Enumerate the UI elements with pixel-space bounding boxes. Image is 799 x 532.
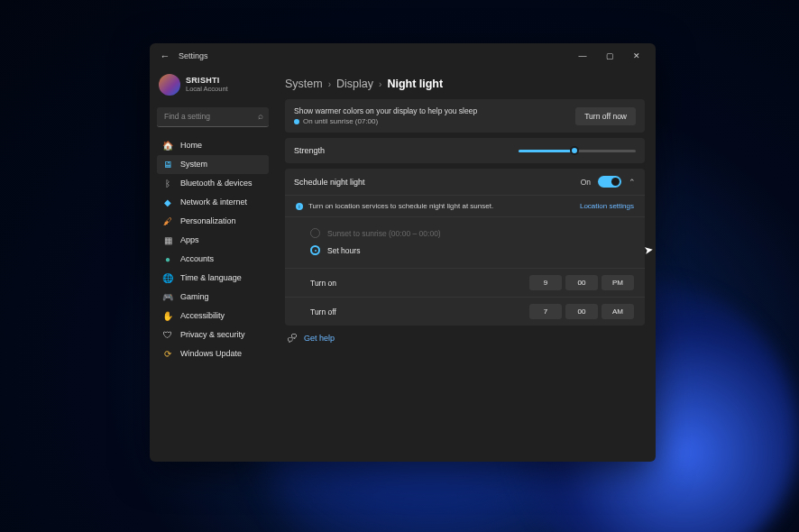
- nav-icon: ᛒ: [162, 179, 173, 188]
- sidebar-item-system[interactable]: 🖥System: [157, 155, 269, 174]
- nav-icon: 🛡: [162, 330, 173, 340]
- nav-label: System: [180, 160, 207, 169]
- status-subtext: On until sunrise (07:00): [303, 117, 378, 125]
- strength-slider[interactable]: [519, 145, 636, 156]
- info-icon: i: [296, 203, 303, 210]
- maximize-button[interactable]: ▢: [596, 46, 623, 66]
- sidebar-item-apps[interactable]: ▦Apps: [157, 231, 269, 250]
- nav-label: Personalization: [180, 216, 236, 225]
- nav-label: Network & internet: [180, 197, 247, 206]
- status-indicator-icon: [294, 119, 299, 124]
- status-description: Show warmer colors on your display to he…: [294, 106, 477, 115]
- main-content: System › Display › Night light Show warm…: [274, 69, 656, 462]
- nav-label: Accounts: [180, 254, 214, 263]
- nav-icon: ✋: [162, 311, 173, 321]
- turn-on-label: Turn on: [310, 279, 336, 288]
- strength-card: Strength: [285, 138, 645, 163]
- radio-set-hours[interactable]: Set hours: [310, 242, 632, 259]
- schedule-header[interactable]: Schedule night light On ⌃: [285, 169, 645, 195]
- window-controls: — ▢ ✕: [569, 46, 650, 66]
- nav-label: Time & language: [180, 273, 242, 282]
- location-settings-link[interactable]: Location settings: [580, 202, 634, 210]
- user-profile[interactable]: SRISHTI Local Account: [157, 72, 269, 103]
- turn-off-button[interactable]: Turn off now: [575, 107, 636, 125]
- sidebar-item-windows-update[interactable]: ⟳Windows Update: [157, 344, 269, 363]
- schedule-toggle[interactable]: [598, 176, 621, 188]
- sidebar-item-accounts[interactable]: ●Accounts: [157, 250, 269, 269]
- turn-on-time-row: Turn on 9 00 PM: [285, 269, 645, 298]
- schedule-card: Schedule night light On ⌃ i Turn on loca…: [285, 169, 645, 326]
- sidebar-item-personalization[interactable]: 🖌Personalization: [157, 212, 269, 231]
- breadcrumb-current: Night light: [387, 78, 443, 90]
- minimize-button[interactable]: —: [569, 46, 596, 66]
- turn-off-label: Turn off: [310, 307, 336, 316]
- turn-off-ampm-picker[interactable]: AM: [602, 304, 634, 319]
- nav-icon: ⟳: [162, 349, 173, 359]
- nav-icon: ▦: [162, 235, 173, 245]
- turn-off-hour-picker[interactable]: 7: [529, 304, 562, 319]
- sidebar-item-time-language[interactable]: 🌐Time & language: [157, 269, 269, 288]
- nav-icon: 🌐: [162, 273, 173, 283]
- nav-label: Bluetooth & devices: [180, 179, 253, 188]
- breadcrumb-display[interactable]: Display: [336, 78, 373, 90]
- get-help-link[interactable]: 🗪 Get help: [285, 333, 645, 344]
- status-card: Show warmer colors on your display to he…: [285, 99, 645, 133]
- user-account-type: Local Account: [186, 86, 228, 93]
- close-button[interactable]: ✕: [623, 46, 650, 66]
- breadcrumb-system[interactable]: System: [285, 78, 323, 90]
- search-input[interactable]: [157, 107, 269, 127]
- sidebar: SRISHTI Local Account ⌕ 🏠Home🖥SystemᛒBlu…: [150, 69, 274, 462]
- nav-icon: 🎮: [162, 292, 173, 302]
- chevron-right-icon: ›: [328, 79, 331, 89]
- chevron-up-icon: ⌃: [629, 178, 636, 187]
- sidebar-item-accessibility[interactable]: ✋Accessibility: [157, 307, 269, 326]
- breadcrumb: System › Display › Night light: [285, 78, 645, 90]
- window-title: Settings: [179, 51, 208, 60]
- nav-label: Windows Update: [180, 349, 242, 358]
- nav-label: Gaming: [180, 292, 209, 301]
- back-button[interactable]: ←: [155, 46, 175, 66]
- sidebar-item-bluetooth-devices[interactable]: ᛒBluetooth & devices: [157, 174, 269, 193]
- chevron-right-icon: ›: [379, 79, 381, 89]
- nav-icon: ●: [162, 254, 173, 264]
- settings-window: ← Settings — ▢ ✕ SRISHTI Local Account ⌕…: [150, 43, 656, 462]
- nav-label: Accessibility: [180, 311, 225, 320]
- titlebar: ← Settings — ▢ ✕: [150, 43, 656, 69]
- nav-icon: 🖥: [162, 160, 173, 170]
- nav-label: Home: [180, 141, 202, 150]
- turn-on-ampm-picker[interactable]: PM: [602, 275, 634, 290]
- location-info-row: i Turn on location services to schedule …: [285, 196, 645, 217]
- location-info-text: Turn on location services to schedule ni…: [308, 202, 493, 210]
- nav-label: Apps: [180, 235, 199, 244]
- radio-icon: [310, 228, 320, 238]
- search-icon: ⌕: [258, 111, 263, 121]
- sidebar-item-network-internet[interactable]: ◆Network & internet: [157, 193, 269, 212]
- search-wrap: ⌕: [157, 106, 269, 127]
- turn-on-hour-picker[interactable]: 9: [529, 275, 562, 290]
- help-icon: 🗪: [287, 333, 297, 344]
- turn-off-minute-picker[interactable]: 00: [565, 304, 598, 319]
- strength-label: Strength: [294, 146, 325, 155]
- sidebar-item-gaming[interactable]: 🎮Gaming: [157, 288, 269, 307]
- nav-icon: ◆: [162, 197, 173, 207]
- schedule-label: Schedule night light: [294, 178, 365, 187]
- radio-sunset-to-sunrise: Sunset to sunrise (00:00 – 00:00): [310, 225, 632, 242]
- radio-icon: [310, 245, 320, 255]
- turn-on-minute-picker[interactable]: 00: [565, 275, 598, 290]
- nav-icon: 🏠: [162, 141, 173, 151]
- turn-off-time-row: Turn off 7 00 AM: [285, 298, 645, 326]
- sidebar-item-home[interactable]: 🏠Home: [157, 136, 269, 155]
- avatar: [159, 74, 180, 96]
- nav-label: Privacy & security: [180, 330, 245, 339]
- toggle-state-text: On: [581, 178, 591, 187]
- sidebar-item-privacy-security[interactable]: 🛡Privacy & security: [157, 326, 269, 344]
- schedule-mode-group: Sunset to sunrise (00:00 – 00:00) Set ho…: [285, 217, 645, 269]
- nav-icon: 🖌: [162, 216, 173, 226]
